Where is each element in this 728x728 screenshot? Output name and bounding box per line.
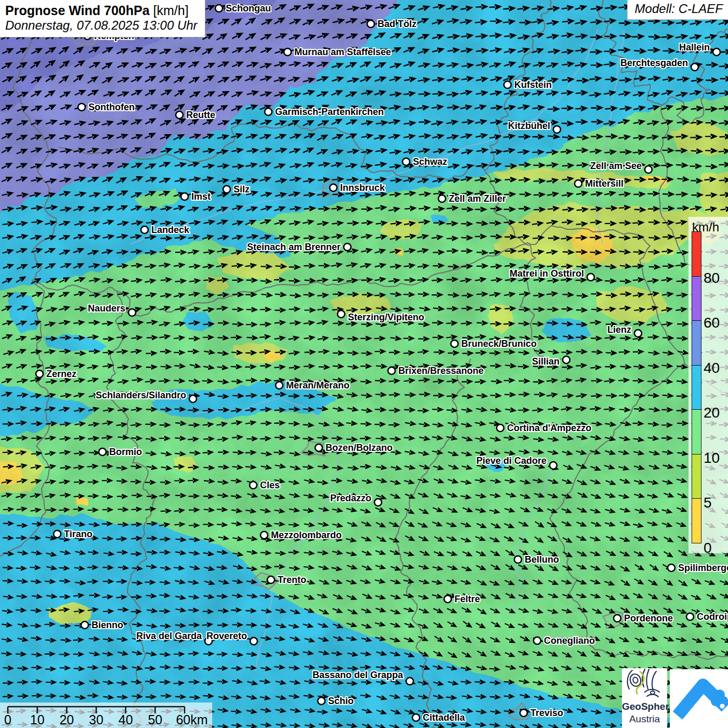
- city-dot: [374, 499, 382, 506]
- city-dot: [250, 638, 257, 645]
- city-label: Bad Tölz: [378, 19, 417, 29]
- map-title: Prognose Wind 700hPa: [5, 3, 150, 18]
- city-label: Bassano del Grappa: [313, 670, 404, 680]
- city-dot: [412, 714, 420, 721]
- city-marker: Garmisch-Partenkirchen: [265, 107, 384, 117]
- legend-tick-label: 5: [704, 495, 712, 511]
- city-dot: [330, 184, 337, 191]
- city-label: Reutte: [186, 110, 215, 120]
- title-box: Prognose Wind 700hPa [km/h] Donnerstag, …: [0, 0, 205, 37]
- city-label: Trento: [278, 575, 306, 585]
- city-marker: Mezzolombardo: [261, 530, 342, 540]
- model-label: Modell: C-LAEF: [635, 2, 723, 16]
- legend-segment: [692, 320, 701, 366]
- legend-segment: [692, 365, 701, 410]
- city-dot: [504, 81, 511, 88]
- city-dot: [406, 678, 413, 685]
- city-marker: Reutte: [176, 110, 215, 120]
- city-label: Bormio: [109, 447, 142, 457]
- city-dot: [261, 531, 268, 539]
- city-label: Schio: [328, 696, 354, 706]
- city-dot: [553, 126, 561, 133]
- city-marker: Cles: [250, 480, 280, 490]
- city-marker: Trento: [267, 575, 306, 585]
- city-dot: [54, 530, 61, 538]
- city-marker: Feltre: [444, 594, 480, 604]
- legend-tick-label: 40: [704, 360, 720, 376]
- city-label: Spilimbergo: [678, 563, 728, 573]
- city-label: Mittersill: [585, 178, 623, 189]
- city-label: Schlanders/Silandro: [96, 390, 186, 400]
- city-label: Conegliano: [544, 635, 595, 646]
- legend-segment: [692, 498, 701, 543]
- city-label: Meran/Merano: [286, 380, 349, 391]
- legend-tick-label: 10: [704, 450, 720, 466]
- city-label: Cortina d'Ampezzo: [507, 423, 591, 433]
- city-label: Codroipo: [697, 612, 728, 622]
- city-marker: Cortina d'Ampezzo: [497, 423, 591, 433]
- city-label: Landeck: [151, 225, 190, 235]
- city-dot: [575, 180, 582, 187]
- city-marker: Sterzing/Vipiteno: [337, 310, 424, 322]
- city-label: Schwaz: [413, 157, 447, 167]
- city-label: Tirano: [64, 529, 93, 539]
- city-label: Murnau am Staffelsee: [294, 47, 391, 57]
- city-label: Zernez: [46, 369, 76, 379]
- city-dot: [668, 564, 675, 571]
- city-dot: [223, 186, 230, 193]
- city-dot: [402, 158, 410, 165]
- city-label: Cles: [260, 480, 280, 490]
- legend-segment: [692, 231, 701, 277]
- scale-tick-label: 60km: [176, 712, 207, 727]
- mountain-cloud-icon: [670, 669, 728, 728]
- wind-speed-legend: km/h 806040201050: [688, 217, 728, 553]
- city-label: Pordenone: [624, 613, 673, 623]
- city-label: Sillian: [532, 356, 560, 367]
- city-label: Nauders: [88, 303, 125, 314]
- city-dot: [563, 356, 570, 363]
- map-canvas: SchongauBad TölzKemptenMurnau am Staffel…: [0, 0, 728, 728]
- city-label: Kitzbühel: [508, 121, 550, 131]
- city-dot: [128, 309, 136, 316]
- legend-segment: [692, 409, 701, 454]
- city-label: Berchtesgaden: [620, 58, 688, 68]
- city-dot: [276, 382, 283, 389]
- city-dot: [189, 395, 197, 402]
- city-label: Rovereto: [206, 631, 247, 641]
- city-label: Silz: [233, 184, 250, 194]
- city-label: Imst: [191, 191, 211, 202]
- scale-tick-label: 50: [148, 712, 162, 727]
- scale-tick-label: 30: [89, 712, 103, 727]
- city-label: Steinach am Brenner: [247, 242, 341, 252]
- city-marker: Schio: [318, 696, 354, 706]
- city-label: Innsbruck: [340, 183, 385, 193]
- city-label: Bruneck/Brunico: [461, 339, 537, 349]
- map-datetime: Donnerstag, 07.08.2025 13:00 Uhr: [5, 18, 198, 33]
- geosphere-name: GeoSphere: [622, 701, 667, 712]
- city-dot: [344, 243, 351, 251]
- city-dot: [686, 613, 694, 620]
- city-label: Predazzo: [330, 493, 371, 503]
- legend-tick-label: 0: [704, 540, 712, 556]
- city-dot: [713, 48, 720, 56]
- city-dot: [284, 48, 291, 56]
- city-marker: Murnau am Staffelsee: [284, 47, 391, 57]
- city-dot: [181, 193, 188, 200]
- city-dot: [267, 576, 275, 583]
- city-label: Mezzolombardo: [271, 530, 342, 540]
- city-dot: [587, 274, 594, 281]
- scale-tick-label: 40: [119, 712, 133, 727]
- city-dot: [367, 20, 374, 28]
- city-dot: [337, 310, 345, 318]
- city-label: Brixen/Bressanone: [398, 366, 484, 376]
- city-dot: [444, 595, 451, 603]
- city-dot: [645, 166, 652, 173]
- city-dot: [634, 330, 642, 337]
- city-dot: [514, 556, 522, 563]
- city-label: Matrei in Osttirol: [510, 268, 584, 279]
- scale-bar: 0102030405060km: [0, 703, 212, 728]
- wind-forecast-map: SchongauBad TölzKemptenMurnau am Staffel…: [0, 0, 728, 728]
- city-label: Zell am See: [590, 161, 642, 171]
- scale-tick-label: 10: [30, 712, 45, 727]
- city-dot: [691, 63, 698, 71]
